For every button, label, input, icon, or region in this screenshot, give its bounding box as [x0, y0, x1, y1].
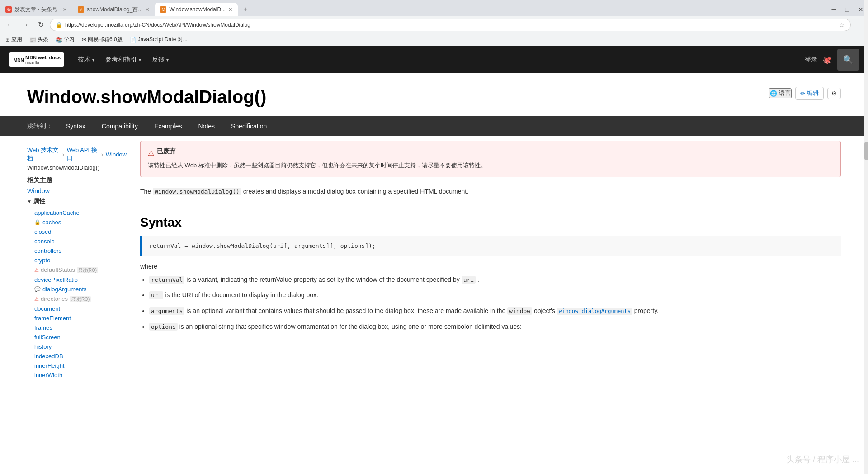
github-icon[interactable]: 🐙 — [823, 56, 832, 64]
sidebar-link-indexedDB[interactable]: indexedDB — [34, 353, 63, 360]
sidebar-window-link[interactable]: Window — [27, 187, 127, 194]
sidebar-item-crypto[interactable]: crypto — [27, 256, 127, 265]
tab-3[interactable]: M Window.showModalD... ✕ — [155, 3, 238, 16]
address-bar[interactable]: 🔒 https://developer.mozilla.org/zh-CN/do… — [50, 19, 851, 31]
bookmark-jsdate[interactable]: 📄 JavaScript Date 对... — [128, 35, 189, 44]
search-button[interactable]: 🔍 — [837, 49, 859, 71]
forward-button[interactable]: → — [19, 19, 32, 31]
sidebar-item-history[interactable]: history — [27, 342, 127, 351]
sidebar-link-frames[interactable]: frames — [34, 324, 52, 331]
section-nav-notes[interactable]: Notes — [191, 116, 222, 136]
language-button[interactable]: 🌐 语言 — [769, 88, 792, 98]
sidebar-link-history[interactable]: history — [34, 343, 52, 350]
sidebar-item-devicePixelRatio[interactable]: devicePixelRatio — [27, 275, 127, 284]
sidebar-item-fullScreen[interactable]: fullScreen — [27, 332, 127, 342]
bookmark-apps[interactable]: ⊞ 应用 — [4, 35, 24, 44]
bookmark-toutiao[interactable]: 📰 头条 — [28, 35, 50, 44]
sidebar-item-directories[interactable]: ⚠ directories 只读(RO) — [27, 294, 127, 304]
page-content: MDN MDN web docs mozilla 技术 ▾ 参考和指引 ▾ 反馈… — [0, 46, 868, 384]
sidebar-item-applicationCache[interactable]: applicationCache — [27, 208, 127, 218]
sidebar-item-dialogArguments[interactable]: 💬 dialogArguments — [27, 284, 127, 294]
login-link[interactable]: 登录 — [805, 56, 817, 64]
param-returnVal-desc: is a variant, indicating the returnValue… — [186, 276, 461, 283]
sidebar-item-closed[interactable]: closed — [27, 227, 127, 237]
tab-2[interactable]: M showModalDialog_百... ✕ — [72, 3, 155, 16]
window-controls: ─ □ ✕ — [829, 5, 868, 14]
sidebar-link-console[interactable]: console — [34, 238, 55, 245]
deprecated-box-title: 已废弃 — [157, 147, 176, 156]
param-arguments-desc: is an optional variant that contains val… — [186, 307, 507, 314]
sidebar-link-dialogArguments[interactable]: dialogArguments — [42, 286, 87, 293]
sidebar-link-controllers[interactable]: controllers — [34, 247, 61, 254]
search-icon: 🔍 — [843, 55, 853, 65]
browser-menu-button[interactable]: ⋮ — [854, 19, 864, 31]
sidebar-item-innerHeight[interactable]: innerHeight — [27, 361, 127, 370]
refresh-button[interactable]: ↻ — [34, 19, 47, 31]
section-nav-compat[interactable]: Compatibility — [94, 116, 145, 136]
maximize-button[interactable]: □ — [843, 5, 852, 14]
sidebar-link-fullScreen[interactable]: fullScreen — [34, 334, 61, 341]
sidebar-item-document[interactable]: document — [27, 304, 127, 313]
scrollbar[interactable] — [864, 0, 868, 384]
sidebar-item-innerWidth[interactable]: innerWidth — [27, 370, 127, 380]
param-arguments-code2: window — [507, 307, 532, 315]
nav-feedback-label: 反馈 — [152, 56, 165, 64]
sidebar-item-controllers[interactable]: controllers — [27, 246, 127, 256]
bookmark-mail[interactable]: ✉ 网易邮箱6.0版 — [80, 35, 124, 44]
param-returnVal-code2: uri — [462, 276, 476, 284]
deprecated-box-text: 该特性已经从 Web 标准中删除，虽然一些浏览器目前仍然支持它，但也许会在未来的… — [148, 161, 833, 171]
sidebar-item-frameElement[interactable]: frameElement — [27, 313, 127, 323]
breadcrumb-web-api[interactable]: Web API 接口 — [67, 146, 99, 162]
breadcrumb-web-docs[interactable]: Web 技术文档 — [27, 146, 59, 162]
new-tab-icon[interactable]: + — [243, 5, 247, 14]
scrollbar-thumb[interactable] — [864, 142, 868, 160]
login-label: 登录 — [805, 56, 817, 63]
edit-button[interactable]: ✏ 编辑 — [795, 87, 824, 100]
param-arguments-obj: object's — [534, 307, 557, 314]
sidebar-link-closed[interactable]: closed — [34, 228, 52, 235]
sidebar-link-innerWidth[interactable]: innerWidth — [34, 372, 62, 379]
sidebar-link-defaultStatus[interactable]: defaultStatus 只读(RO) — [41, 266, 98, 274]
edit-icon: ✏ — [800, 90, 805, 97]
sidebar-item-console[interactable]: console — [27, 237, 127, 246]
bookmark-learning[interactable]: 📚 学习 — [54, 35, 76, 44]
nav-ref[interactable]: 参考和指引 ▾ — [101, 53, 146, 66]
sidebar-item-defaultStatus[interactable]: ⚠ defaultStatus 只读(RO) — [27, 265, 127, 275]
section-nav-examples[interactable]: Examples — [147, 116, 189, 136]
sidebar-link-document[interactable]: document — [34, 305, 60, 312]
nav-tech[interactable]: 技术 ▾ — [73, 53, 99, 66]
sidebar-link-devicePixelRatio[interactable]: devicePixelRatio — [34, 276, 78, 283]
language-label: 语言 — [779, 89, 791, 97]
tab-1[interactable]: 头 发表文章 - 头条号 ✕ — [0, 3, 72, 16]
tab-close-2[interactable]: ✕ — [145, 7, 149, 13]
sidebar-item-caches[interactable]: 🔒 caches — [27, 218, 127, 227]
sidebar-link-frameElement[interactable]: frameElement — [34, 315, 71, 322]
sidebar-item-frames[interactable]: frames — [27, 323, 127, 332]
breadcrumb-window[interactable]: Window — [106, 151, 127, 158]
nav-tech-arrow: ▾ — [92, 57, 94, 62]
nav-tech-label: 技术 — [78, 56, 90, 64]
section-nav-syntax[interactable]: Syntax — [59, 116, 93, 136]
sidebar-link-applicationCache[interactable]: applicationCache — [34, 209, 80, 216]
param-uri-name: uri — [149, 291, 163, 299]
minimize-button[interactable]: ─ — [829, 5, 839, 14]
settings-button[interactable]: ⚙ — [827, 88, 841, 99]
section-divider — [140, 206, 841, 206]
deprecated-icon-directories: ⚠ — [34, 296, 39, 302]
mdn-logo[interactable]: MDN MDN web docs mozilla — [9, 52, 64, 67]
back-button[interactable]: ← — [4, 19, 16, 31]
sidebar-link-innerHeight[interactable]: innerHeight — [34, 362, 65, 369]
param-arguments-link[interactable]: window.dialogArguments — [557, 308, 632, 315]
breadcrumb-sep-2: › — [101, 151, 103, 158]
nav-feedback[interactable]: 反馈 ▾ — [147, 53, 173, 66]
sidebar-link-caches[interactable]: caches — [42, 219, 61, 226]
section-nav-spec[interactable]: Specification — [224, 116, 274, 136]
tab-label-3: Window.showModalD... — [169, 6, 226, 13]
bookmark-star-icon[interactable]: ☆ — [839, 21, 845, 28]
tab-close-3[interactable]: ✕ — [228, 7, 232, 13]
tab-new[interactable]: + — [238, 3, 254, 16]
sidebar-link-directories[interactable]: directories 只读(RO) — [41, 295, 91, 303]
tab-close-1[interactable]: ✕ — [63, 7, 67, 13]
sidebar-link-crypto[interactable]: crypto — [34, 257, 50, 264]
sidebar-item-indexedDB[interactable]: indexedDB — [27, 351, 127, 361]
